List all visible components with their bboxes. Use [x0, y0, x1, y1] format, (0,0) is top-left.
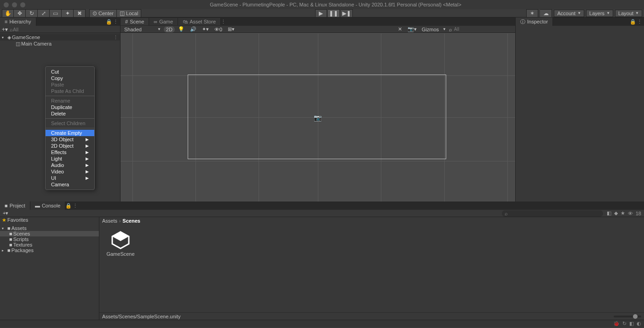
tab-asset-store[interactable]: 🛍Asset Store [178, 18, 221, 25]
ctx-delete[interactable]: Delete [46, 110, 94, 117]
gizmos-dropdown[interactable]: Gizmos▼ [420, 26, 448, 33]
info-icon: ⓘ [520, 18, 525, 25]
close-window-icon[interactable] [4, 2, 9, 7]
chevron-down-icon: ▼ [577, 11, 581, 15]
ctx-light[interactable]: Light▶ [46, 155, 94, 162]
breadcrumb-root[interactable]: Assets [102, 218, 117, 224]
add-button[interactable]: +▾ [2, 26, 8, 33]
project-search-input[interactable]: ⌕ [502, 210, 603, 217]
rotate-tool[interactable]: ↻ [26, 9, 38, 17]
account-dropdown[interactable]: Account▼ [554, 10, 584, 17]
ctx-copy[interactable]: Copy [46, 75, 94, 81]
packages-folder[interactable]: ▸ ■ Packages [0, 247, 99, 253]
ctx-duplicate[interactable]: Duplicate [46, 104, 94, 110]
layers-dropdown-label: Layers [589, 11, 604, 16]
hierarchy-tab[interactable]: ≡ Hierarchy [0, 17, 36, 26]
layout-dropdown[interactable]: Layout▼ [615, 10, 642, 17]
hidden-objects-toggle[interactable]: 👁0 [212, 26, 224, 33]
background-tasks-icon[interactable]: ◧ [629, 321, 634, 327]
favorite-icon[interactable]: ★ [621, 210, 625, 216]
play-button[interactable]: ▶ [315, 9, 327, 17]
lock-icon[interactable]: 🔒 [106, 19, 112, 25]
cloud-icon[interactable]: ☁ [540, 9, 552, 17]
hierarchy-search-input[interactable] [13, 27, 118, 32]
custom-tool[interactable]: ✖ [74, 9, 86, 17]
pause-button[interactable]: ❚❚ [328, 9, 340, 17]
layers-dropdown[interactable]: Layers▼ [586, 10, 613, 17]
tab-console[interactable]: ▬Console [30, 201, 65, 210]
bug-icon[interactable]: 🐞 [613, 321, 620, 327]
menu-icon[interactable]: ⋮ [221, 19, 226, 25]
view-camera-icon[interactable]: 📷▾ [405, 26, 419, 33]
ctx-cut[interactable]: Cut [46, 69, 94, 75]
filter-by-label-icon[interactable]: ◆ [614, 210, 618, 216]
asset-label: GameScene [106, 251, 134, 257]
activity-icon[interactable]: ◐ [637, 321, 641, 327]
breadcrumb-current[interactable]: Scenes [122, 218, 140, 224]
maximize-window-icon[interactable] [20, 2, 25, 7]
chevron-right-icon: › [119, 219, 121, 224]
hierarchy-scene-row[interactable]: ▾ ◈ GameScene ⋮ [0, 34, 120, 40]
tab-project[interactable]: ■Project [0, 201, 30, 210]
rect-tool[interactable]: ▭ [50, 9, 62, 17]
thumbnail-size-slider[interactable] [614, 316, 641, 317]
scale-tool[interactable]: ⤢ [38, 9, 50, 17]
ctx-create-empty[interactable]: Create Empty [46, 130, 94, 136]
project-add-button[interactable]: +▾ [3, 210, 8, 216]
lock-icon[interactable]: 🔒 [65, 203, 72, 209]
scenes-folder[interactable]: ■ Scenes [0, 231, 99, 236]
2d-mode-toggle[interactable]: 2D [164, 26, 175, 33]
expand-arrow-icon[interactable]: ▾ [2, 226, 6, 230]
editor-statusbar: 🐞 ↻ ◧ ◐ [0, 320, 644, 327]
ctx-3d-object[interactable]: 3D Object▶ [46, 136, 94, 143]
hierarchy-context-menu: Cut Copy Paste Paste As Child Rename Dup… [45, 66, 95, 190]
pivot-rotation-toggle[interactable]: ◫Local [117, 9, 141, 17]
minimize-window-icon[interactable] [12, 2, 17, 7]
unity-scene-asset-icon [109, 231, 132, 249]
textures-folder[interactable]: ■ Textures [0, 242, 99, 247]
transform-tool[interactable]: ✦ [62, 9, 74, 17]
hierarchy-item-main-camera[interactable]: ◫ Main Camera [0, 40, 120, 47]
step-button[interactable]: ▶❚ [341, 9, 353, 17]
assets-folder[interactable]: ▾ ■ Assets [0, 225, 99, 231]
expand-arrow-icon[interactable]: ▾ [2, 35, 6, 40]
ctx-audio[interactable]: Audio▶ [46, 162, 94, 168]
menu-icon[interactable]: ⋮ [73, 203, 78, 209]
inspector-tab[interactable]: ⓘInspector [516, 17, 553, 26]
expand-arrow-icon[interactable]: ▸ [2, 248, 6, 253]
scripts-folder[interactable]: ■ Scripts [0, 236, 99, 242]
lighting-toggle[interactable]: 💡 [176, 26, 187, 33]
ctx-video[interactable]: Video▶ [46, 168, 94, 175]
main-toolbar: ✋ ✥ ↻ ⤢ ▭ ✦ ✖ ⊙Center ◫Local ▶ ❚❚ ▶❚ ✶ ☁… [0, 9, 644, 17]
move-tool[interactable]: ✥ [14, 9, 26, 17]
chevron-down-icon: ▼ [635, 11, 639, 15]
tab-scene[interactable]: #Scene [121, 18, 149, 25]
scene-viewport[interactable]: 📷 [121, 33, 515, 201]
ctx-effects[interactable]: Effects▶ [46, 149, 94, 155]
submenu-arrow-icon: ▶ [86, 149, 89, 155]
tab-game[interactable]: ∞Game [149, 18, 178, 25]
ctx-camera[interactable]: Camera [46, 181, 94, 188]
menu-icon[interactable]: ⋮ [637, 19, 642, 25]
grid-toggle[interactable]: ⊞▾ [225, 26, 237, 33]
shading-mode-dropdown[interactable]: Shaded▼ [122, 26, 163, 33]
camera-settings-icon[interactable]: ✕ [396, 26, 404, 33]
ctx-2d-object[interactable]: 2D Object▶ [46, 143, 94, 149]
camera-gizmo-icon[interactable]: 📷 [314, 114, 322, 121]
menu-icon[interactable]: ⋮ [113, 19, 118, 25]
chevron-down-icon: ▼ [443, 27, 446, 31]
scene-search-input[interactable] [454, 27, 513, 32]
hand-tool[interactable]: ✋ [2, 9, 14, 17]
lock-icon[interactable]: 🔒 [630, 19, 636, 25]
hidden-toggle-icon[interactable]: 👁 [628, 211, 633, 216]
scene-menu-icon[interactable]: ⋮ [113, 35, 118, 40]
autorefresh-icon[interactable]: ↻ [622, 321, 627, 327]
asset-gamescene[interactable]: GameScene [106, 231, 135, 306]
favorites-row[interactable]: ★ Favorites [0, 217, 99, 223]
pivot-mode-toggle[interactable]: ⊙Center [89, 9, 117, 17]
collab-icon[interactable]: ✶ [526, 9, 538, 17]
ctx-ui[interactable]: UI▶ [46, 175, 94, 181]
filter-by-type-icon[interactable]: ◧ [607, 210, 611, 216]
audio-toggle[interactable]: 🔊 [188, 26, 199, 33]
fx-toggle[interactable]: ✦▾ [200, 26, 211, 33]
